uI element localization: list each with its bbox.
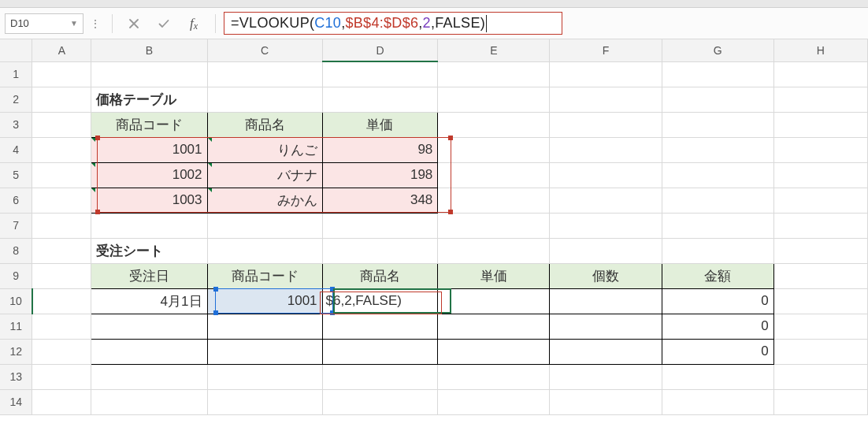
row-header[interactable]: 6 (0, 188, 32, 213)
cell[interactable]: バナナ (208, 163, 322, 188)
spreadsheet-grid[interactable]: A B C D E F G H 1 2 価格テーブル (0, 39, 868, 415)
row-header[interactable]: 12 (0, 339, 32, 364)
order-header-date: 受注日 (91, 264, 206, 288)
order-header-price: 単価 (438, 264, 549, 288)
name-box[interactable]: D10 ▼ (5, 13, 83, 34)
cell[interactable]: みかん (208, 188, 322, 213)
separator (215, 14, 216, 33)
price-header-code: 商品コード (91, 113, 206, 137)
row-header[interactable]: 3 (0, 112, 32, 137)
row-header[interactable]: 9 (0, 263, 32, 288)
chevron-down-icon[interactable]: ▼ (70, 19, 78, 28)
col-header-E[interactable]: E (438, 39, 550, 61)
order-header-name: 商品名 (323, 264, 438, 288)
row-header[interactable]: 1 (0, 61, 32, 87)
col-header-C[interactable]: C (207, 39, 322, 61)
select-all-corner[interactable] (0, 39, 32, 61)
row-header[interactable]: 8 (0, 238, 32, 263)
fx-icon: fx (190, 16, 198, 32)
row-header[interactable]: 11 (0, 314, 32, 339)
col-header-D[interactable]: D (322, 39, 438, 61)
cell[interactable]: 0 (662, 289, 773, 314)
cell[interactable]: りんご (208, 138, 322, 162)
col-header-A[interactable]: A (32, 39, 91, 61)
row-header[interactable]: 4 (0, 137, 32, 162)
row-header[interactable]: 5 (0, 162, 32, 188)
caret (486, 15, 487, 32)
formula-bar: D10 ▼ ⋮ fx =VLOOKUP(C10,$B$4:$D$6,2,FALS… (0, 8, 868, 39)
formula-part: C10 (314, 15, 341, 32)
formula-part: =VLOOKUP( (231, 15, 314, 32)
cell-c10[interactable]: 1001 (208, 289, 322, 314)
row-header[interactable]: 10 (0, 288, 32, 314)
formula-part: ,FALSE) (431, 15, 485, 32)
price-header-name: 商品名 (208, 113, 322, 137)
col-header-B[interactable]: B (91, 39, 207, 61)
cell[interactable]: 1003 (91, 188, 206, 213)
cell[interactable]: 0 (662, 340, 773, 364)
cancel-button[interactable] (121, 13, 147, 34)
row-header[interactable]: 14 (0, 389, 32, 414)
cell[interactable]: 0 (662, 314, 773, 339)
check-icon (158, 17, 170, 30)
cell[interactable]: 4月1日 (91, 289, 206, 314)
cell[interactable]: 198 (323, 163, 438, 188)
insert-function-button[interactable]: fx (180, 13, 207, 34)
enter-button[interactable] (150, 13, 177, 34)
cell[interactable] (550, 289, 661, 314)
cell[interactable]: 348 (323, 188, 438, 213)
col-header-F[interactable]: F (550, 39, 662, 61)
formula-part: $B$4:$D$6 (345, 15, 418, 32)
separator (112, 14, 113, 33)
order-header-code: 商品コード (208, 264, 322, 288)
order-header-amount: 金額 (662, 264, 773, 288)
row-header[interactable]: 2 (0, 87, 32, 112)
cell[interactable]: 1002 (91, 163, 206, 188)
order-header-qty: 個数 (550, 264, 661, 288)
cell[interactable] (438, 289, 549, 314)
cell-d10-editing[interactable]: $6,2,FALSE) (323, 289, 438, 314)
cell[interactable]: 1001 (91, 138, 206, 162)
price-header-price: 単価 (323, 113, 438, 137)
row-header[interactable]: 7 (0, 213, 32, 238)
order-sheet-title: 受注シート (91, 239, 206, 263)
name-box-value: D10 (10, 17, 29, 29)
formula-input[interactable]: =VLOOKUP(C10,$B$4:$D$6,2,FALSE) (224, 12, 562, 35)
col-header-H[interactable]: H (773, 39, 867, 61)
price-table-title: 価格テーブル (91, 87, 206, 112)
close-icon (128, 17, 140, 30)
ribbon-placeholder (0, 0, 868, 8)
row-header[interactable]: 13 (0, 364, 32, 389)
formula-part: 2 (423, 15, 431, 32)
expand-icon[interactable]: ⋮ (87, 13, 104, 34)
cell[interactable]: 98 (323, 138, 438, 162)
col-header-G[interactable]: G (662, 39, 773, 61)
